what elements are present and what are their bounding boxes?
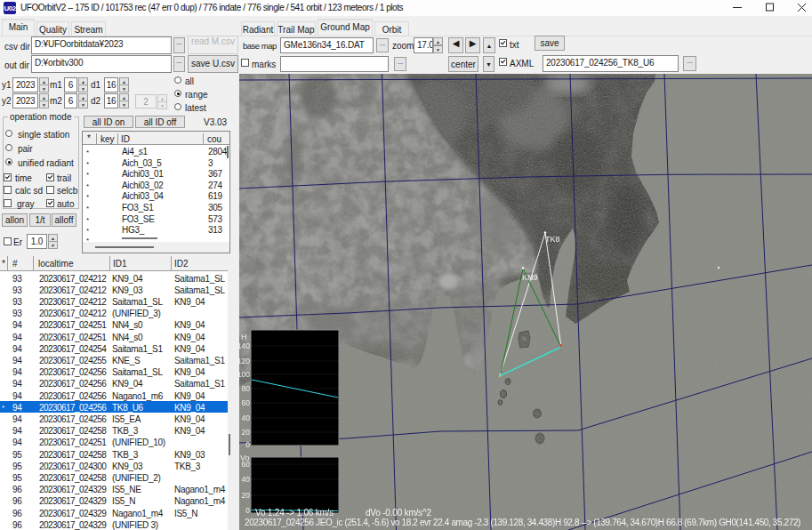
svg-text:TK8: TK8 [545, 235, 560, 244]
svg-text:Vo 1.24 -> 1.06 km/s: Vo 1.24 -> 1.06 km/s [255, 508, 334, 518]
svg-text:20: 20 [242, 491, 251, 500]
svg-text:60: 60 [242, 460, 251, 469]
svg-text:dVo -0.00 km/s^2: dVo -0.00 km/s^2 [366, 508, 431, 518]
svg-text:20230617_024256 JEO_ic (251.4,: 20230617_024256 JEO_ic (251.4, -5.6) vo … [245, 518, 800, 527]
svg-text:0: 0 [245, 506, 250, 515]
svg-text:140: 140 [239, 341, 250, 350]
svg-text:H: H [241, 333, 247, 341]
svg-text:KN9: KN9 [522, 273, 538, 282]
svg-text:120: 120 [239, 357, 250, 365]
svg-text:60: 60 [242, 398, 251, 407]
svg-text:0: 0 [245, 440, 250, 449]
svg-text:40: 40 [242, 475, 251, 484]
svg-text:40: 40 [242, 414, 251, 422]
svg-text:100: 100 [239, 370, 250, 379]
svg-text:80: 80 [242, 384, 251, 393]
svg-text:20: 20 [242, 428, 251, 437]
